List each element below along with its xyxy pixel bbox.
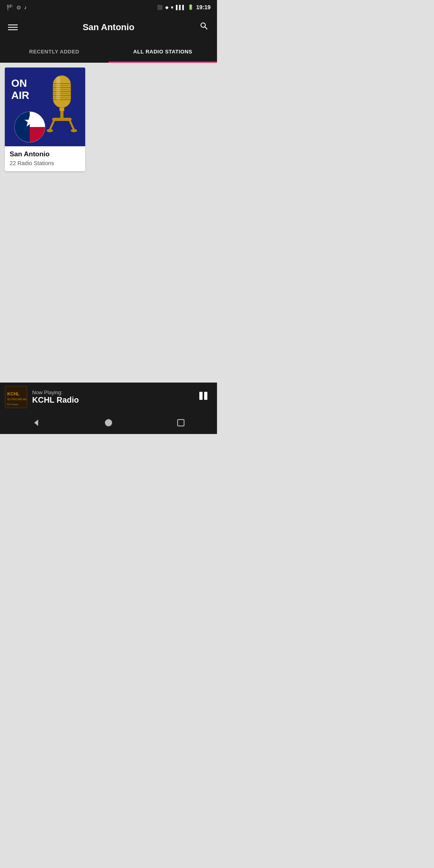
pause-button[interactable] (194, 387, 212, 407)
nav-bar (0, 411, 217, 434)
svg-text:AIR: AIR (11, 89, 29, 101)
battery-icon: 🔋 (188, 4, 194, 10)
station-card[interactable]: ON AIR (5, 68, 85, 171)
now-playing-bar[interactable]: KCHL 92 FM/1480 AM SA Gospel Now Playing… (0, 383, 217, 411)
music-icon: ♪ (24, 4, 27, 10)
station-card-image: ON AIR (5, 68, 85, 146)
cast-icon: ⬛ (157, 5, 163, 10)
svg-text:ON: ON (11, 77, 27, 89)
svg-rect-21 (52, 118, 72, 121)
now-playing-station-name: KCHL Radio (32, 395, 190, 405)
svg-text:SA Gospel: SA Gospel (7, 403, 18, 405)
svg-rect-32 (204, 392, 207, 400)
app-bar: San Antonio (0, 14, 217, 40)
svg-rect-19 (56, 76, 60, 100)
home-button[interactable] (96, 415, 121, 431)
menu-button[interactable] (8, 25, 18, 30)
main-content: ON AIR (0, 63, 217, 383)
recents-button[interactable] (169, 415, 193, 431)
svg-rect-26 (59, 108, 64, 111)
page-title: San Antonio (83, 22, 135, 33)
signal-icon: ▌▌▌ (176, 5, 185, 10)
svg-rect-35 (178, 420, 184, 426)
now-playing-label: Now Playing: (32, 389, 190, 395)
arrow-up-icon: ◆ (165, 5, 168, 10)
svg-point-34 (105, 419, 112, 426)
clock: 19:19 (196, 4, 211, 10)
flag-icon: 🏴 (6, 4, 13, 10)
tab-bar: RECENTLY ADDED ALL RADIO STATIONS (0, 40, 217, 63)
now-playing-logo: KCHL 92 FM/1480 AM SA Gospel (5, 386, 27, 408)
status-bar: 🏴 ⊙ ♪ ⬛ ◆ ▾ ▌▌▌ 🔋 19:19 (0, 0, 217, 14)
station-name: San Antonio (10, 150, 80, 158)
camera-icon: ⊙ (16, 4, 21, 10)
svg-text:KCHL: KCHL (7, 391, 20, 396)
now-playing-text: Now Playing: KCHL Radio (32, 389, 190, 405)
status-icons-right: ⬛ ◆ ▾ ▌▌▌ 🔋 19:19 (157, 4, 211, 10)
svg-point-25 (71, 129, 77, 132)
back-button[interactable] (24, 415, 48, 431)
station-count: 22 Radio Stations (10, 160, 80, 166)
wifi-icon: ▾ (171, 4, 174, 10)
svg-marker-33 (34, 420, 38, 426)
tab-all-radio-stations[interactable]: ALL RADIO STATIONS (108, 40, 217, 63)
status-icons-left: 🏴 ⊙ ♪ (6, 4, 27, 10)
station-card-info: San Antonio 22 Radio Stations (5, 146, 85, 171)
svg-point-24 (47, 129, 53, 132)
svg-rect-31 (199, 392, 203, 400)
search-button[interactable] (199, 21, 209, 33)
tab-recently-added[interactable]: RECENTLY ADDED (0, 40, 108, 63)
svg-text:92 FM/1480 AM: 92 FM/1480 AM (7, 398, 27, 401)
